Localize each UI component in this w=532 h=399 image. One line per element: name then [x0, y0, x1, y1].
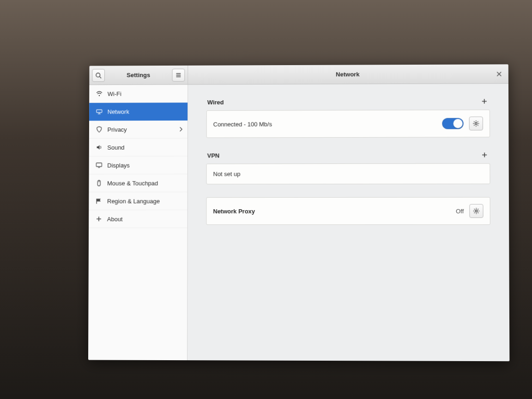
- svg-point-31: [475, 210, 477, 212]
- proxy-settings-button[interactable]: [469, 204, 483, 218]
- sidebar-item-mouse[interactable]: Mouse & Touchpad: [89, 174, 187, 192]
- svg-rect-11: [96, 163, 102, 167]
- proxy-row: Network Proxy Off: [206, 197, 490, 225]
- proxy-section: Network Proxy Off: [206, 197, 490, 225]
- hamburger-icon: [175, 72, 181, 78]
- sidebar-item-region[interactable]: Region & Language: [89, 192, 187, 210]
- plus-icon: [481, 151, 488, 158]
- sidebar-item-sound[interactable]: Sound: [89, 139, 187, 157]
- proxy-status: Off: [456, 207, 464, 214]
- region-icon: [95, 197, 103, 205]
- close-button[interactable]: [494, 68, 505, 79]
- sound-icon: [96, 144, 103, 151]
- gear-icon: [472, 207, 480, 215]
- wired-section: Wired Connected - 100 Mb/s: [206, 97, 490, 138]
- about-icon: [95, 215, 103, 223]
- sidebar-item-label: Privacy: [108, 126, 127, 133]
- chevron-right-icon: [179, 127, 183, 132]
- sidebar-item-network[interactable]: Network: [89, 103, 187, 121]
- plus-icon: [481, 98, 488, 104]
- vpn-title: VPN: [207, 152, 220, 159]
- svg-line-26: [478, 125, 478, 126]
- sidebar-item-privacy[interactable]: Privacy: [89, 121, 187, 139]
- hamburger-menu-button[interactable]: [172, 68, 185, 81]
- sidebar-item-label: Wi-Fi: [108, 90, 121, 97]
- sidebar-title: Settings: [108, 72, 169, 79]
- search-icon: [95, 72, 102, 79]
- sidebar-item-label: Region & Language: [107, 198, 160, 205]
- svg-line-1: [100, 76, 101, 78]
- add-vpn-button[interactable]: [480, 150, 489, 159]
- wired-status: Connected - 100 Mb/s: [213, 120, 437, 127]
- wired-settings-button[interactable]: [469, 116, 483, 130]
- svg-line-25: [474, 121, 474, 122]
- sidebar-item-label: Sound: [107, 144, 124, 151]
- header-bar: Settings Network: [89, 64, 508, 85]
- switch-knob: [453, 119, 463, 128]
- svg-point-7: [99, 95, 100, 97]
- proxy-title: Network Proxy: [213, 207, 450, 214]
- mouse-icon: [95, 180, 103, 187]
- svg-line-39: [474, 212, 475, 213]
- displays-icon: [95, 162, 103, 169]
- sidebar-item-label: Mouse & Touchpad: [107, 180, 158, 187]
- vpn-status: Not set up: [213, 170, 484, 178]
- sidebar-item-about[interactable]: About: [89, 210, 187, 228]
- close-icon: [496, 71, 502, 77]
- sidebar: Wi-Fi Network Privacy: [88, 85, 188, 360]
- sidebar-item-label: About: [107, 216, 123, 223]
- svg-point-20: [475, 122, 477, 124]
- wired-connection-row: Connected - 100 Mb/s: [206, 109, 490, 138]
- header-left: Settings: [89, 66, 188, 85]
- sidebar-item-label: Network: [108, 108, 129, 115]
- svg-line-37: [478, 212, 478, 213]
- network-icon: [96, 108, 103, 115]
- vpn-row: Not set up: [206, 163, 490, 185]
- add-wired-button[interactable]: [480, 97, 489, 106]
- privacy-icon: [96, 126, 103, 133]
- wired-title: Wired: [207, 99, 224, 106]
- wifi-icon: [96, 90, 103, 97]
- settings-window: Settings Network Wi-Fi: [88, 64, 509, 361]
- vpn-section: VPN Not set up: [206, 150, 490, 184]
- svg-line-38: [478, 209, 478, 209]
- wired-toggle[interactable]: [442, 118, 463, 129]
- gear-icon: [472, 120, 480, 127]
- svg-line-36: [474, 209, 475, 209]
- page-title: Network: [188, 70, 508, 78]
- svg-rect-8: [97, 110, 102, 113]
- sidebar-item-label: Displays: [107, 162, 130, 169]
- svg-line-27: [478, 121, 478, 122]
- sidebar-item-wifi[interactable]: Wi-Fi: [89, 85, 187, 103]
- sidebar-item-displays[interactable]: Displays: [89, 157, 187, 175]
- search-button[interactable]: [92, 69, 105, 82]
- svg-line-28: [474, 125, 474, 126]
- content-area: Wired Connected - 100 Mb/s: [187, 84, 509, 361]
- header-right: Network: [188, 64, 508, 84]
